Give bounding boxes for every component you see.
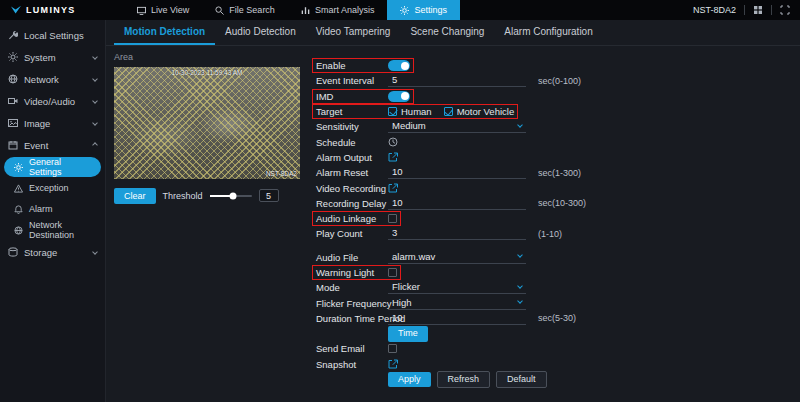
display-grid-icon[interactable] [753, 5, 763, 15]
sidebar: Local Settings System Network Video/Audi… [0, 20, 106, 402]
sidebar-item-network-destination[interactable]: Network Destination [4, 220, 101, 240]
sidebar-item-label: Local Settings [24, 30, 84, 41]
sidebar-item-label: Video/Audio [24, 96, 75, 107]
schedule-label: Schedule [316, 137, 388, 148]
alarm-output-label: Alarm Output [316, 152, 388, 163]
gear-icon [8, 52, 18, 62]
tab-label: Video Tampering [316, 26, 391, 37]
video-recording-link-icon[interactable] [388, 183, 398, 193]
snapshot-label: Snapshot [316, 359, 388, 370]
wrench-icon [8, 30, 18, 40]
nav-label: File Search [229, 5, 275, 15]
duration-time-period-input[interactable] [388, 312, 526, 325]
warning-icon [14, 184, 23, 193]
slider-knob[interactable] [229, 192, 236, 199]
flicker-frequency-select[interactable]: High [388, 297, 526, 310]
sidebar-item-label: Alarm [29, 204, 53, 214]
row-actions: Apply Refresh Default [312, 372, 800, 387]
alarm-output-link-icon[interactable] [388, 152, 398, 162]
audio-linkage-checkbox[interactable] [388, 214, 397, 223]
audio-file-value: alarm.wav [392, 251, 435, 262]
tab-audio-detection[interactable]: Audio Detection [215, 20, 306, 45]
row-imd: IMD [312, 89, 800, 104]
motion-area-canvas[interactable]: 10-30-2023 11:59:43 AM NST-8DA2 [114, 67, 300, 179]
sidebar-item-network[interactable]: Network [0, 68, 105, 90]
chevron-down-icon [92, 120, 98, 126]
row-flicker-frequency: Flicker Frequency High [312, 295, 800, 310]
sidebar-item-label: Image [24, 118, 50, 129]
sidebar-item-event[interactable]: Event [0, 134, 105, 156]
topbar-nav: Live View File Search Smart Analysis Set… [124, 0, 460, 20]
gear-icon [400, 6, 409, 15]
alarm-reset-unit: sec(1-300) [538, 168, 581, 178]
event-interval-unit: sec(0-100) [538, 76, 581, 86]
row-recording-delay: Recording Delay sec(10-300) [312, 196, 800, 211]
device-name: NST-8DA2 [693, 5, 736, 15]
sidebar-item-system[interactable]: System [0, 46, 105, 68]
luminys-logo-icon [10, 5, 22, 15]
sidebar-item-storage[interactable]: Storage [0, 241, 105, 263]
tab-motion-detection[interactable]: Motion Detection [114, 20, 215, 45]
tab-label: Motion Detection [124, 26, 205, 37]
camera-icon [8, 96, 18, 106]
snapshot-link-icon[interactable] [388, 359, 398, 369]
row-mode: Mode Flicker [312, 280, 800, 295]
sidebar-item-label: Network Destination [29, 220, 91, 240]
default-button[interactable]: Default [496, 371, 547, 389]
target-human-checkbox[interactable] [388, 107, 397, 116]
sidebar-item-label: Event [24, 140, 48, 151]
recording-delay-unit: sec(10-300) [538, 198, 586, 208]
schedule-clock-icon[interactable] [388, 137, 398, 147]
nav-file-search[interactable]: File Search [202, 0, 288, 20]
audio-file-select[interactable]: alarm.wav [388, 251, 526, 264]
highlight-box: Warning Light [312, 265, 401, 280]
enable-toggle[interactable] [388, 60, 410, 71]
threshold-slider[interactable] [210, 195, 252, 197]
nav-settings[interactable]: Settings [387, 0, 460, 20]
tab-scene-changing[interactable]: Scene Changing [400, 20, 494, 45]
highlight-box: Audio Linkage [312, 211, 401, 226]
sidebar-item-image[interactable]: Image [0, 112, 105, 134]
sensitivity-select[interactable]: Medium [388, 120, 526, 133]
threshold-label: Threshold [163, 191, 203, 201]
sidebar-item-alarm[interactable]: Alarm [4, 199, 101, 219]
tab-alarm-configuration[interactable]: Alarm Configuration [494, 20, 602, 45]
row-event-interval: Event Interval sec(0-100) [312, 73, 800, 88]
sidebar-item-label: Storage [24, 247, 57, 258]
play-count-input[interactable] [388, 227, 526, 240]
calendar-icon [8, 140, 18, 150]
nav-live-view[interactable]: Live View [124, 0, 202, 20]
target-motor-vehicle-checkbox[interactable] [444, 107, 453, 116]
globe-icon [14, 226, 23, 235]
logo-text: LUMINYS [26, 5, 76, 15]
row-send-email: Send Email [312, 341, 800, 356]
tab-video-tampering[interactable]: Video Tampering [306, 20, 401, 45]
warning-light-checkbox[interactable] [388, 268, 397, 277]
row-play-count: Play Count (1-10) [312, 226, 800, 241]
apply-button[interactable]: Apply [388, 372, 431, 388]
osd-datetime: 10-30-2023 11:59:43 AM [171, 69, 242, 76]
send-email-checkbox[interactable] [388, 344, 397, 353]
alarm-reset-label: Alarm Reset [316, 167, 388, 178]
clear-button[interactable]: Clear [114, 188, 156, 204]
chart-icon [301, 6, 310, 15]
chevron-down-icon [517, 252, 523, 258]
alarm-reset-input[interactable] [388, 166, 526, 179]
refresh-button[interactable]: Refresh [437, 371, 491, 389]
sidebar-item-label: System [24, 52, 56, 63]
recording-delay-input[interactable] [388, 197, 526, 210]
time-button[interactable]: Time [388, 326, 428, 342]
tab-label: Alarm Configuration [504, 26, 592, 37]
sidebar-item-video-audio[interactable]: Video/Audio [0, 90, 105, 112]
settings-tabs: Motion Detection Audio Detection Video T… [106, 20, 800, 46]
sidebar-item-exception[interactable]: Exception [4, 178, 101, 198]
mode-select[interactable]: Flicker [388, 281, 526, 294]
fullscreen-icon[interactable] [780, 5, 790, 15]
nav-smart-analysis[interactable]: Smart Analysis [288, 0, 388, 20]
event-interval-input[interactable] [388, 74, 526, 87]
sidebar-item-general-settings[interactable]: General Settings [4, 157, 101, 177]
imd-toggle[interactable] [388, 91, 410, 102]
sidebar-item-local-settings[interactable]: Local Settings [0, 24, 105, 46]
chevron-down-icon [92, 249, 98, 255]
row-warning-light: Warning Light [312, 265, 800, 280]
